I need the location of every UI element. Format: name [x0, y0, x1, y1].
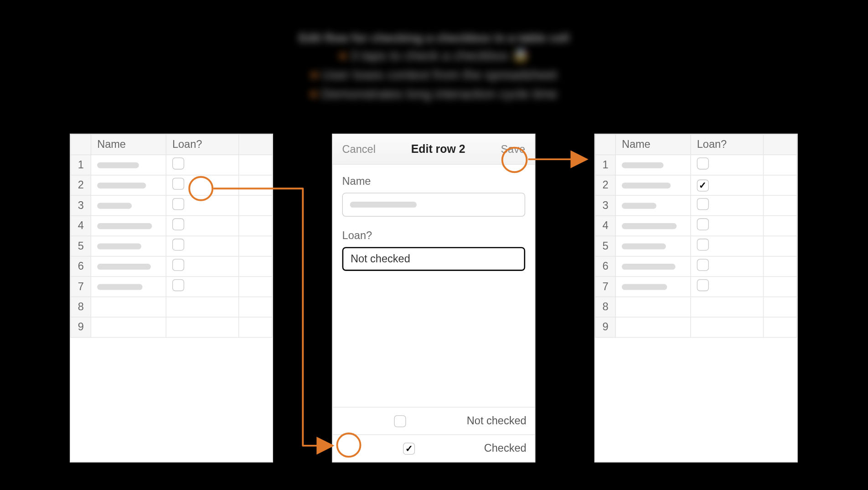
cell-loan[interactable] [166, 317, 239, 337]
cell-loan[interactable] [166, 195, 239, 215]
cell-extra[interactable] [239, 216, 272, 236]
cell-name[interactable] [615, 155, 691, 175]
name-field-placeholder [350, 202, 417, 208]
save-button[interactable]: Save [501, 143, 525, 155]
cell-loan[interactable] [166, 155, 239, 175]
header-name: Name [91, 135, 166, 155]
bullet-1: 3 taps to check a checkbox 🤯 [340, 48, 528, 64]
cell-name[interactable] [615, 256, 691, 276]
cell-loan[interactable] [691, 155, 764, 175]
cell-loan[interactable] [166, 276, 239, 297]
cell-loan[interactable] [691, 317, 764, 337]
cell-name[interactable] [615, 216, 691, 236]
cell-name[interactable] [91, 317, 166, 337]
cell-extra[interactable] [764, 236, 797, 256]
text-placeholder [622, 284, 667, 290]
row-number: 7 [71, 276, 91, 297]
table-row: 5 [71, 236, 272, 256]
cell-extra[interactable] [239, 155, 272, 175]
option-not-checked[interactable]: Not checked [333, 407, 535, 435]
cell-name[interactable] [91, 236, 166, 256]
cell-loan[interactable] [166, 175, 239, 195]
table-row: 9 [595, 317, 797, 337]
checkbox-icon [172, 198, 184, 210]
cell-name[interactable] [615, 297, 691, 317]
text-placeholder [97, 263, 151, 269]
cell-extra[interactable] [239, 276, 272, 297]
cell-loan[interactable] [166, 236, 239, 256]
cell-extra[interactable] [239, 297, 272, 317]
cell-name[interactable] [615, 195, 691, 215]
loan-field[interactable]: Not checked [342, 247, 525, 271]
table-before-panel: Name Loan? 123456789 [70, 134, 273, 463]
cell-extra[interactable] [764, 256, 797, 276]
text-placeholder [97, 284, 142, 290]
text-placeholder [622, 203, 656, 209]
cell-extra[interactable] [764, 195, 797, 215]
cell-loan[interactable] [691, 216, 764, 236]
modal-header: Cancel Edit row 2 Save [333, 134, 535, 165]
cell-extra[interactable] [764, 175, 797, 195]
cell-name[interactable] [91, 195, 166, 215]
cell-loan[interactable] [691, 276, 764, 297]
cell-name[interactable] [615, 317, 691, 337]
checkbox-icon [394, 415, 406, 427]
header-extra [239, 135, 272, 155]
cell-loan[interactable] [691, 236, 764, 256]
cell-extra[interactable] [764, 276, 797, 297]
header-loan: Loan? [166, 135, 239, 155]
cell-extra[interactable] [764, 297, 797, 317]
cell-extra[interactable] [239, 195, 272, 215]
cell-loan[interactable] [691, 256, 764, 276]
cell-extra[interactable] [239, 317, 272, 337]
cell-loan[interactable] [691, 297, 764, 317]
cell-extra[interactable] [239, 175, 272, 195]
cell-name[interactable] [91, 256, 166, 276]
option-label: Not checked [467, 415, 527, 427]
cell-name[interactable] [91, 297, 166, 317]
checkbox-icon [697, 219, 709, 230]
cell-loan[interactable] [166, 216, 239, 236]
loan-options: Not checked Checked [333, 407, 535, 462]
cell-name[interactable] [91, 155, 166, 175]
text-placeholder [622, 162, 664, 168]
modal-title: Edit row 2 [411, 143, 465, 156]
row-number: 9 [595, 317, 615, 337]
table-row: 1 [71, 155, 272, 175]
loan-field-value: Not checked [351, 253, 410, 265]
cell-loan[interactable] [166, 256, 239, 276]
checkbox-checked-icon [403, 443, 415, 454]
cell-name[interactable] [91, 175, 166, 195]
cell-name[interactable] [615, 236, 691, 256]
cell-name[interactable] [91, 216, 166, 236]
cell-name[interactable] [91, 276, 166, 297]
option-checked[interactable]: Checked [333, 435, 535, 462]
cancel-button[interactable]: Cancel [342, 143, 376, 155]
checkbox-icon [697, 157, 709, 169]
cell-extra[interactable] [239, 236, 272, 256]
cell-loan[interactable] [691, 195, 764, 215]
cell-extra[interactable] [764, 317, 797, 337]
text-placeholder [97, 243, 141, 249]
row-number: 7 [595, 276, 615, 297]
table-row: 5 [595, 236, 797, 256]
cell-extra[interactable] [239, 256, 272, 276]
cell-loan[interactable] [691, 175, 764, 195]
text-placeholder [97, 223, 152, 229]
cell-name[interactable] [615, 276, 691, 297]
table-row: 7 [595, 276, 797, 297]
cell-name[interactable] [615, 175, 691, 195]
cell-extra[interactable] [764, 216, 797, 236]
table-row: 2 [71, 175, 272, 195]
cell-extra[interactable] [764, 155, 797, 175]
checkbox-icon [172, 239, 184, 250]
checkbox-icon [172, 279, 184, 291]
header-rownum [595, 135, 615, 155]
table-row: 1 [595, 155, 797, 175]
checkbox-checked-icon [697, 179, 709, 191]
row-number: 4 [595, 216, 615, 236]
row-number: 5 [595, 236, 615, 256]
loan-field-label: Loan? [342, 229, 525, 242]
name-field[interactable] [342, 193, 525, 216]
cell-loan[interactable] [166, 297, 239, 317]
